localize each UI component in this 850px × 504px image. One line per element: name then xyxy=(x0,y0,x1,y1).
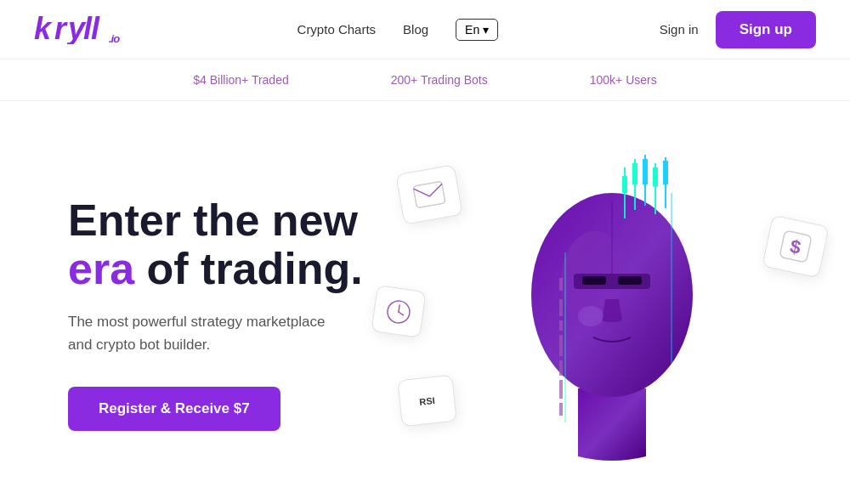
hero-illustration: $ RSI xyxy=(425,135,799,492)
svg-rect-33 xyxy=(559,380,563,399)
svg-rect-14 xyxy=(582,276,606,285)
svg-rect-25 xyxy=(663,161,668,184)
nav-crypto-charts[interactable]: Crypto Charts xyxy=(298,22,377,37)
stat-traded: $4 Billion+ Traded xyxy=(193,73,288,87)
stat-bots: 200+ Trading Bots xyxy=(391,73,488,87)
svg-rect-34 xyxy=(559,403,563,416)
head-illustration xyxy=(484,150,740,477)
svg-text:k: k xyxy=(34,11,53,44)
svg-rect-32 xyxy=(559,360,563,376)
svg-rect-29 xyxy=(559,299,563,316)
svg-rect-31 xyxy=(559,335,563,356)
language-selector[interactable]: En ▾ xyxy=(456,19,498,41)
svg-rect-19 xyxy=(632,163,638,184)
svg-text:.io: .io xyxy=(109,32,120,44)
main-nav: Crypto Charts Blog En ▾ xyxy=(298,19,499,41)
svg-rect-15 xyxy=(618,276,642,285)
svg-rect-23 xyxy=(653,167,658,186)
logo-text: k r y ll .io xyxy=(34,8,136,51)
cta-register-button[interactable]: Register & Receive $7 xyxy=(68,387,280,431)
svg-point-36 xyxy=(578,306,604,326)
svg-rect-17 xyxy=(622,176,627,193)
logo[interactable]: k r y ll .io xyxy=(34,8,136,51)
nav-blog[interactable]: Blog xyxy=(403,22,428,37)
hero-description: The most powerful strategy marketplace a… xyxy=(68,310,340,356)
svg-rect-28 xyxy=(559,278,563,291)
svg-text:r: r xyxy=(54,11,68,44)
hero-content: Enter the new era of trading. The most p… xyxy=(68,196,425,432)
svg-text:ll: ll xyxy=(83,11,100,44)
hero-title: Enter the new era of trading. xyxy=(68,196,425,293)
stats-bar: $4 Billion+ Traded 200+ Trading Bots 100… xyxy=(0,59,850,101)
header-right: Sign in Sign up xyxy=(660,11,816,48)
card-dollar: $ xyxy=(762,215,829,279)
stat-users: 100k+ Users xyxy=(590,73,657,87)
signup-button[interactable]: Sign up xyxy=(716,11,816,48)
svg-rect-21 xyxy=(643,159,648,184)
hero-section: Enter the new era of trading. The most p… xyxy=(0,101,850,504)
signin-link[interactable]: Sign in xyxy=(660,22,699,37)
header: k r y ll .io Crypto Charts Blog En ▾ Sig… xyxy=(0,0,850,59)
svg-rect-30 xyxy=(559,320,563,331)
